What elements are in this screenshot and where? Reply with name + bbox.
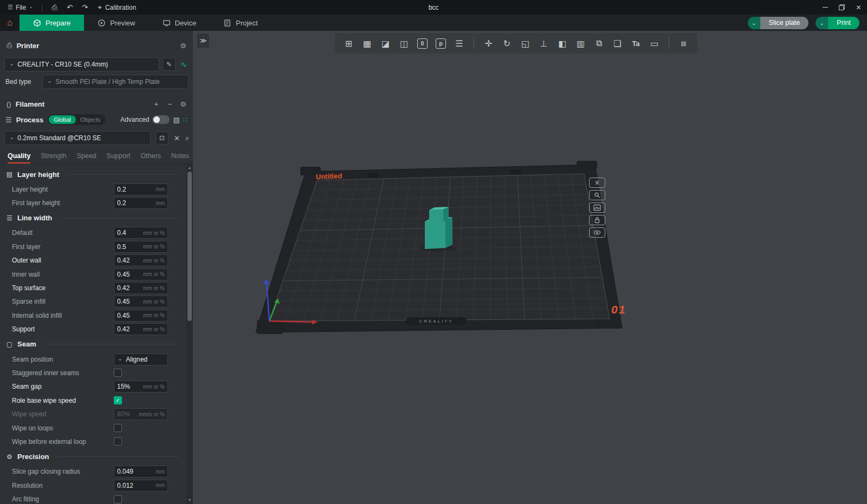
param-input[interactable]: 80%mm/s or %	[114, 408, 168, 420]
text-tool-icon[interactable]: Ta	[629, 36, 643, 51]
advanced-toggle[interactable]	[152, 115, 170, 124]
restore-button[interactable]	[833, 0, 850, 15]
preview-plate-icon[interactable]	[589, 190, 605, 200]
scope-objects-button[interactable]: Objects	[76, 116, 105, 123]
color-group-icon[interactable]: 0	[417, 38, 428, 49]
process-tab-others[interactable]: Others	[141, 152, 161, 163]
param-select[interactable]: ⌄Aligned	[114, 354, 168, 365]
clear-preset-icon[interactable]: ✕	[174, 134, 180, 142]
move-icon[interactable]: ✛	[481, 36, 496, 51]
undo-icon[interactable]: ↶	[62, 3, 77, 11]
tab-preview[interactable]: Preview	[84, 15, 148, 31]
printer-select[interactable]: ⌄ CREALITY - CR10 SE (0.4mm)	[4, 57, 159, 71]
tab-device[interactable]: Device	[149, 15, 210, 31]
add-model-icon[interactable]: ⊞	[341, 36, 356, 51]
minimize-button[interactable]	[817, 0, 833, 15]
param-label: Top surface	[12, 284, 114, 292]
scale-icon[interactable]: ◱	[518, 36, 533, 51]
printer-settings-icon[interactable]: ⚙	[180, 42, 186, 50]
param-checkbox[interactable]	[114, 437, 122, 446]
bed-type-row: Bed type ⌄ Smooth PEI Plate / High Temp …	[4, 74, 189, 89]
params-table-icon[interactable]: ▤	[173, 116, 179, 124]
paint-icon[interactable]: p	[436, 38, 446, 49]
plate-name-label[interactable]: Untitled	[316, 172, 342, 181]
scope-global-button[interactable]: Global	[49, 115, 76, 124]
scroll-up-icon[interactable]: ▲	[188, 165, 192, 171]
align-icon[interactable]: ☰	[452, 36, 467, 51]
slice-plate-button[interactable]: ⌄ Slice plate	[748, 17, 809, 29]
param-value: 0.2	[117, 186, 126, 193]
param-input[interactable]: 15%mm or %	[114, 381, 168, 392]
param-value: 0.42	[117, 284, 130, 292]
sidebar: ⎙ Printer ⚙ ⌄ CREALITY - CR10 SE (0.4mm)…	[0, 31, 193, 504]
param-value: 80%	[117, 410, 130, 418]
param-input[interactable]: 0.2mm	[114, 184, 168, 195]
process-tab-strength[interactable]: Strength	[41, 152, 66, 163]
split-plate-icon[interactable]: ◫	[397, 36, 411, 51]
calibration-button[interactable]: ⌖ Calibration	[98, 3, 137, 12]
split-objects-icon[interactable]: ▥	[573, 36, 588, 51]
param-input[interactable]: 0.45mm or %	[114, 310, 168, 322]
process-tab-support[interactable]: Support	[107, 152, 131, 163]
edit-printer-icon[interactable]: ✎	[163, 58, 176, 71]
rotate-icon[interactable]: ↻	[500, 36, 514, 51]
param-checkbox[interactable]	[114, 495, 122, 503]
filament-header: () Filament ＋ − ⚙	[0, 96, 193, 112]
printer-connection-icon[interactable]: ∿	[179, 60, 189, 69]
param-input[interactable]: 0.012mm	[114, 480, 168, 492]
scrollbar-thumb[interactable]	[187, 172, 192, 321]
chevron-down-icon: ⌄	[9, 134, 14, 141]
param-checkbox[interactable]: ✓	[114, 396, 122, 404]
filament-settings-icon[interactable]: ⚙	[180, 100, 186, 108]
param-input[interactable]: 0.42mm or %	[114, 323, 168, 335]
process-tab-notes[interactable]: Notes	[171, 152, 189, 163]
scene-canvas[interactable]: CREALITY Untitled 01	[193, 31, 867, 504]
param-checkbox[interactable]	[114, 369, 122, 377]
sidebar-collapse-button[interactable]: ≫	[197, 34, 209, 48]
scroll-down-icon[interactable]: ▼	[188, 498, 192, 503]
lay-on-face-icon[interactable]: ◪	[378, 36, 393, 51]
lay-flat-icon[interactable]: ⊥	[536, 36, 551, 51]
param-input[interactable]: 0.049mm	[114, 466, 168, 477]
lock-plate-icon[interactable]	[589, 215, 605, 225]
assembly-icon[interactable]: ⧈	[676, 36, 691, 51]
param-input[interactable]: 0.45mm or %	[114, 269, 168, 280]
preset-select[interactable]: ⌄ 0.2mm Standard @CR10 SE	[4, 131, 151, 145]
param-input[interactable]: 0.5mm or %	[114, 241, 168, 253]
search-preset-icon[interactable]: ⌕	[185, 134, 189, 142]
mirror-icon[interactable]: ◧	[555, 36, 570, 51]
delete-plate-icon[interactable]	[589, 178, 605, 188]
process-tab-quality[interactable]: Quality	[8, 152, 30, 163]
sidebar-scrollbar[interactable]: ▲ ▼	[186, 164, 193, 504]
param-input[interactable]: 0.4mm or %	[114, 227, 168, 239]
param-input[interactable]: 0.45mm or %	[114, 296, 168, 307]
param-input[interactable]: 0.42mm or %	[114, 282, 168, 294]
visibility-plate-icon[interactable]	[589, 227, 605, 238]
boolean-icon[interactable]: ❑	[610, 36, 625, 51]
redo-icon[interactable]: ↷	[77, 3, 93, 11]
remove-filament-icon[interactable]: −	[168, 100, 172, 108]
param-checkbox[interactable]	[114, 424, 122, 432]
plate-settings-icon[interactable]	[589, 202, 605, 213]
quick-settings-icon[interactable]: ∷	[183, 116, 187, 124]
home-button[interactable]: ⌂	[0, 15, 20, 31]
arrange-icon[interactable]: ▦	[360, 36, 374, 51]
measure-icon[interactable]: ▭	[647, 36, 662, 51]
close-button[interactable]: ✕	[850, 0, 867, 15]
save-icon[interactable]: ⎙	[47, 3, 62, 12]
printer-model: CREALITY - CR10 SE (0.4mm)	[17, 61, 108, 68]
tab-project[interactable]: Project	[210, 15, 271, 31]
print-dropdown-icon[interactable]: ⌄	[816, 17, 828, 29]
save-preset-icon[interactable]: ⊡	[156, 132, 169, 145]
param-input[interactable]: 0.2mm	[114, 197, 168, 209]
add-filament-icon[interactable]: ＋	[153, 99, 160, 109]
bed-type-select[interactable]: ⌄ Smooth PEI Plate / High Temp Plate	[42, 75, 189, 89]
viewport-3d[interactable]: CREALITY Untitled 01	[193, 31, 867, 504]
merge-icon[interactable]: ⧉	[592, 36, 606, 51]
process-tab-speed[interactable]: Speed	[77, 152, 96, 163]
file-menu[interactable]: ☰ File ⌄	[4, 0, 37, 15]
slice-dropdown-icon[interactable]: ⌄	[748, 17, 760, 29]
param-input[interactable]: 0.42mm or %	[114, 254, 168, 266]
tab-prepare[interactable]: Prepare	[20, 15, 84, 31]
print-button[interactable]: ⌄ Print	[816, 17, 859, 29]
